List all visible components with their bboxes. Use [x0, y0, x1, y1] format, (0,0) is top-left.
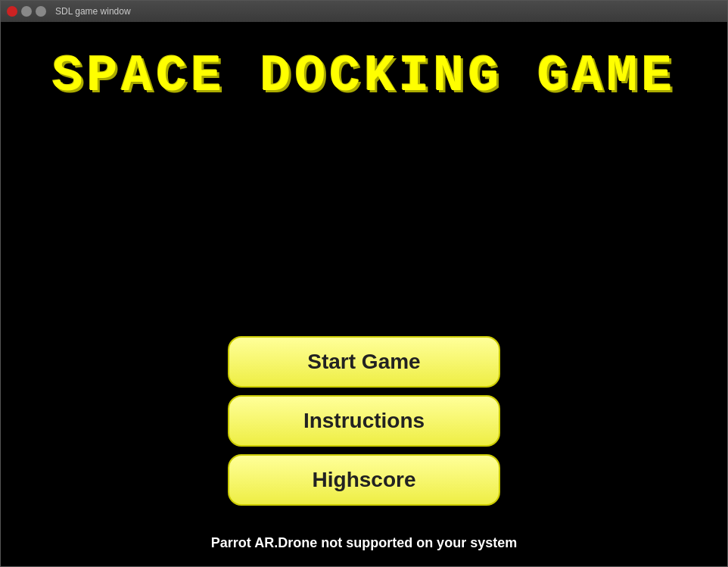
status-text: Parrot AR.Drone not supported on your sy…	[1, 535, 727, 551]
title-bar: SDL game window	[1, 1, 727, 22]
window-frame: SDL game window SPACE DOCKING GAME Start…	[0, 0, 728, 567]
instructions-button[interactable]: Instructions	[228, 395, 500, 447]
menu-container: Start Game Instructions Highscore	[1, 336, 727, 506]
game-title: SPACE DOCKING GAME	[37, 48, 692, 105]
window-title: SDL game window	[55, 6, 131, 17]
window-controls	[7, 6, 46, 17]
maximize-button[interactable]	[36, 6, 46, 17]
start-game-button[interactable]: Start Game	[228, 336, 500, 388]
close-button[interactable]	[7, 6, 17, 17]
minimize-button[interactable]	[21, 6, 32, 17]
game-area: SPACE DOCKING GAME Start Game Instructio…	[1, 22, 727, 566]
highscore-button[interactable]: Highscore	[228, 454, 500, 506]
